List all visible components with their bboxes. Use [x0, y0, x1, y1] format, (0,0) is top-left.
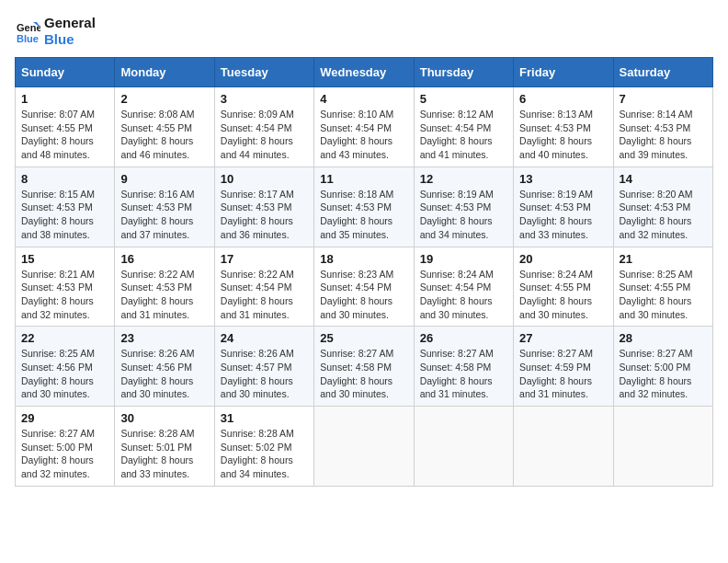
day-number: 14	[620, 172, 707, 186]
week-row-5: 29 Sunrise: 8:27 AM Sunset: 5:00 PM Dayl…	[16, 407, 713, 487]
day-info: Sunrise: 8:25 AM Sunset: 4:55 PM Dayligh…	[620, 268, 707, 322]
day-info: Sunrise: 8:22 AM Sunset: 4:53 PM Dayligh…	[120, 268, 208, 322]
day-info: Sunrise: 8:07 AM Sunset: 4:55 PM Dayligh…	[21, 108, 108, 162]
col-header-friday: Friday	[514, 58, 613, 87]
calendar-cell	[514, 407, 613, 487]
calendar-cell: 20 Sunrise: 8:24 AM Sunset: 4:55 PM Dayl…	[514, 247, 613, 327]
calendar-cell: 16 Sunrise: 8:22 AM Sunset: 4:53 PM Dayl…	[115, 247, 214, 327]
day-number: 18	[320, 252, 407, 266]
day-info: Sunrise: 8:16 AM Sunset: 4:53 PM Dayligh…	[120, 188, 208, 242]
day-info: Sunrise: 8:28 AM Sunset: 5:02 PM Dayligh…	[221, 427, 308, 481]
calendar-table: SundayMondayTuesdayWednesdayThursdayFrid…	[15, 57, 713, 487]
week-row-4: 22 Sunrise: 8:25 AM Sunset: 4:56 PM Dayl…	[16, 327, 713, 407]
day-info: Sunrise: 8:13 AM Sunset: 4:53 PM Dayligh…	[519, 108, 607, 162]
day-info: Sunrise: 8:09 AM Sunset: 4:54 PM Dayligh…	[221, 108, 308, 162]
day-number: 15	[21, 252, 108, 266]
day-number: 29	[21, 411, 108, 425]
day-number: 9	[120, 172, 208, 186]
day-info: Sunrise: 8:22 AM Sunset: 4:54 PM Dayligh…	[221, 268, 308, 322]
day-number: 28	[620, 331, 707, 345]
week-row-3: 15 Sunrise: 8:21 AM Sunset: 4:53 PM Dayl…	[16, 247, 713, 327]
day-number: 20	[519, 252, 607, 266]
day-number: 21	[620, 252, 707, 266]
day-info: Sunrise: 8:20 AM Sunset: 4:53 PM Dayligh…	[620, 188, 707, 242]
calendar-cell: 9 Sunrise: 8:16 AM Sunset: 4:53 PM Dayli…	[115, 167, 214, 247]
day-number: 7	[620, 92, 707, 106]
day-info: Sunrise: 8:19 AM Sunset: 4:53 PM Dayligh…	[519, 188, 607, 242]
calendar-cell: 23 Sunrise: 8:26 AM Sunset: 4:56 PM Dayl…	[115, 327, 214, 407]
calendar-cell: 1 Sunrise: 8:07 AM Sunset: 4:55 PM Dayli…	[16, 87, 115, 167]
day-info: Sunrise: 8:08 AM Sunset: 4:55 PM Dayligh…	[120, 108, 208, 162]
calendar-cell	[414, 407, 513, 487]
calendar-cell: 14 Sunrise: 8:20 AM Sunset: 4:53 PM Dayl…	[613, 167, 712, 247]
day-info: Sunrise: 8:23 AM Sunset: 4:54 PM Dayligh…	[320, 268, 407, 322]
col-header-saturday: Saturday	[613, 58, 712, 87]
col-header-wednesday: Wednesday	[314, 58, 414, 87]
calendar-cell	[314, 407, 414, 487]
calendar-cell: 30 Sunrise: 8:28 AM Sunset: 5:01 PM Dayl…	[115, 407, 214, 487]
calendar-cell: 17 Sunrise: 8:22 AM Sunset: 4:54 PM Dayl…	[214, 247, 313, 327]
calendar-cell: 29 Sunrise: 8:27 AM Sunset: 5:00 PM Dayl…	[16, 407, 115, 487]
day-number: 6	[519, 92, 607, 106]
calendar-cell: 26 Sunrise: 8:27 AM Sunset: 4:58 PM Dayl…	[414, 327, 513, 407]
calendar-cell: 11 Sunrise: 8:18 AM Sunset: 4:53 PM Dayl…	[314, 167, 414, 247]
logo-icon: General Blue	[15, 18, 40, 44]
day-number: 16	[120, 252, 208, 266]
day-number: 19	[420, 252, 507, 266]
col-header-tuesday: Tuesday	[214, 58, 313, 87]
calendar-cell: 10 Sunrise: 8:17 AM Sunset: 4:53 PM Dayl…	[214, 167, 313, 247]
calendar-cell: 12 Sunrise: 8:19 AM Sunset: 4:53 PM Dayl…	[414, 167, 513, 247]
calendar-cell: 3 Sunrise: 8:09 AM Sunset: 4:54 PM Dayli…	[214, 87, 313, 167]
day-info: Sunrise: 8:12 AM Sunset: 4:54 PM Dayligh…	[420, 108, 507, 162]
col-header-thursday: Thursday	[414, 58, 513, 87]
calendar-cell: 5 Sunrise: 8:12 AM Sunset: 4:54 PM Dayli…	[414, 87, 513, 167]
col-header-sunday: Sunday	[16, 58, 115, 87]
day-number: 10	[221, 172, 308, 186]
day-number: 31	[221, 411, 308, 425]
day-info: Sunrise: 8:21 AM Sunset: 4:53 PM Dayligh…	[21, 268, 108, 322]
day-number: 23	[120, 331, 208, 345]
calendar-cell: 31 Sunrise: 8:28 AM Sunset: 5:02 PM Dayl…	[214, 407, 313, 487]
day-number: 26	[420, 331, 507, 345]
calendar-cell: 8 Sunrise: 8:15 AM Sunset: 4:53 PM Dayli…	[16, 167, 115, 247]
day-number: 11	[320, 172, 407, 186]
day-number: 12	[420, 172, 507, 186]
calendar-cell: 25 Sunrise: 8:27 AM Sunset: 4:58 PM Dayl…	[314, 327, 414, 407]
week-row-2: 8 Sunrise: 8:15 AM Sunset: 4:53 PM Dayli…	[16, 167, 713, 247]
col-header-monday: Monday	[115, 58, 214, 87]
day-number: 24	[221, 331, 308, 345]
day-number: 22	[21, 331, 108, 345]
calendar-cell: 7 Sunrise: 8:14 AM Sunset: 4:53 PM Dayli…	[613, 87, 712, 167]
calendar-cell: 13 Sunrise: 8:19 AM Sunset: 4:53 PM Dayl…	[514, 167, 613, 247]
day-info: Sunrise: 8:24 AM Sunset: 4:55 PM Dayligh…	[519, 268, 607, 322]
day-info: Sunrise: 8:27 AM Sunset: 4:58 PM Dayligh…	[420, 347, 507, 401]
day-info: Sunrise: 8:27 AM Sunset: 5:00 PM Dayligh…	[620, 347, 707, 401]
day-info: Sunrise: 8:28 AM Sunset: 5:01 PM Dayligh…	[120, 427, 208, 481]
logo-line2: Blue	[44, 31, 96, 48]
day-number: 17	[221, 252, 308, 266]
day-info: Sunrise: 8:14 AM Sunset: 4:53 PM Dayligh…	[620, 108, 707, 162]
day-number: 27	[519, 331, 607, 345]
day-info: Sunrise: 8:15 AM Sunset: 4:53 PM Dayligh…	[21, 188, 108, 242]
day-info: Sunrise: 8:26 AM Sunset: 4:56 PM Dayligh…	[120, 347, 208, 401]
calendar-cell: 21 Sunrise: 8:25 AM Sunset: 4:55 PM Dayl…	[613, 247, 712, 327]
day-info: Sunrise: 8:27 AM Sunset: 4:58 PM Dayligh…	[320, 347, 407, 401]
calendar-header-row: SundayMondayTuesdayWednesdayThursdayFrid…	[16, 58, 713, 87]
calendar-cell: 27 Sunrise: 8:27 AM Sunset: 4:59 PM Dayl…	[514, 327, 613, 407]
day-number: 13	[519, 172, 607, 186]
day-info: Sunrise: 8:27 AM Sunset: 5:00 PM Dayligh…	[21, 427, 108, 481]
day-number: 1	[21, 92, 108, 106]
day-info: Sunrise: 8:18 AM Sunset: 4:53 PM Dayligh…	[320, 188, 407, 242]
day-info: Sunrise: 8:24 AM Sunset: 4:54 PM Dayligh…	[420, 268, 507, 322]
day-info: Sunrise: 8:19 AM Sunset: 4:53 PM Dayligh…	[420, 188, 507, 242]
page-header: General Blue General Blue	[15, 15, 713, 48]
calendar-cell: 28 Sunrise: 8:27 AM Sunset: 5:00 PM Dayl…	[613, 327, 712, 407]
day-number: 8	[21, 172, 108, 186]
day-info: Sunrise: 8:26 AM Sunset: 4:57 PM Dayligh…	[221, 347, 308, 401]
calendar-cell: 18 Sunrise: 8:23 AM Sunset: 4:54 PM Dayl…	[314, 247, 414, 327]
logo: General Blue General Blue	[15, 15, 96, 48]
week-row-1: 1 Sunrise: 8:07 AM Sunset: 4:55 PM Dayli…	[16, 87, 713, 167]
day-info: Sunrise: 8:10 AM Sunset: 4:54 PM Dayligh…	[320, 108, 407, 162]
day-number: 25	[320, 331, 407, 345]
day-info: Sunrise: 8:17 AM Sunset: 4:53 PM Dayligh…	[221, 188, 308, 242]
